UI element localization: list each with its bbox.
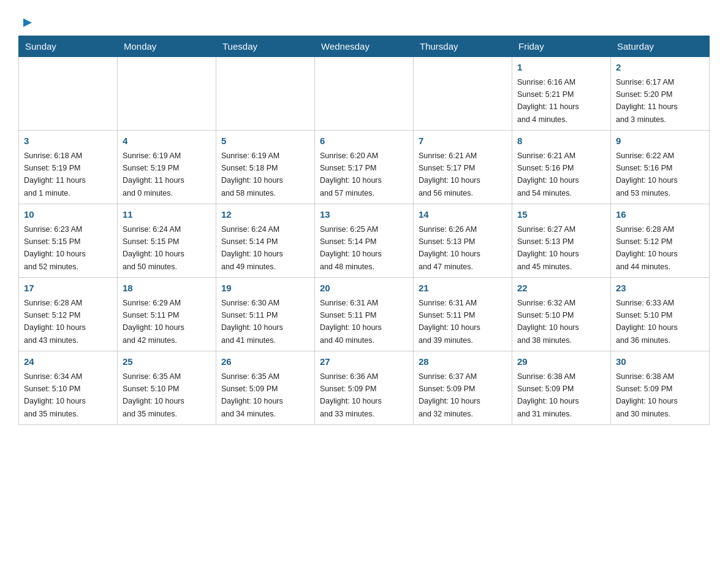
calendar-cell: 15Sunrise: 6:27 AM Sunset: 5:13 PM Dayli… <box>512 204 611 278</box>
calendar-cell: 20Sunrise: 6:31 AM Sunset: 5:11 PM Dayli… <box>315 278 414 351</box>
svg-marker-0 <box>23 18 32 27</box>
calendar-cell: 8Sunrise: 6:21 AM Sunset: 5:16 PM Daylig… <box>512 131 611 204</box>
day-info: Sunrise: 6:37 AM Sunset: 5:09 PM Dayligh… <box>419 372 480 418</box>
weekday-header-tuesday: Tuesday <box>216 36 315 57</box>
calendar-cell: 6Sunrise: 6:20 AM Sunset: 5:17 PM Daylig… <box>315 131 414 204</box>
day-number: 20 <box>320 282 408 296</box>
calendar-cell: 28Sunrise: 6:37 AM Sunset: 5:09 PM Dayli… <box>414 351 512 425</box>
day-number: 21 <box>419 282 507 296</box>
day-info: Sunrise: 6:35 AM Sunset: 5:09 PM Dayligh… <box>221 372 283 418</box>
calendar-cell: 11Sunrise: 6:24 AM Sunset: 5:15 PM Dayli… <box>118 204 216 278</box>
day-info: Sunrise: 6:23 AM Sunset: 5:15 PM Dayligh… <box>24 225 86 271</box>
calendar-cell <box>216 57 315 131</box>
day-info: Sunrise: 6:35 AM Sunset: 5:10 PM Dayligh… <box>123 372 184 418</box>
logo <box>18 15 33 29</box>
logo-triangle-icon <box>20 16 33 29</box>
day-info: Sunrise: 6:36 AM Sunset: 5:09 PM Dayligh… <box>320 372 382 418</box>
day-info: Sunrise: 6:16 AM Sunset: 5:21 PM Dayligh… <box>517 78 579 124</box>
day-info: Sunrise: 6:19 AM Sunset: 5:19 PM Dayligh… <box>123 151 184 197</box>
calendar-cell: 10Sunrise: 6:23 AM Sunset: 5:15 PM Dayli… <box>19 204 118 278</box>
calendar-cell: 25Sunrise: 6:35 AM Sunset: 5:10 PM Dayli… <box>118 351 216 425</box>
day-number: 8 <box>517 134 605 148</box>
calendar-cell: 19Sunrise: 6:30 AM Sunset: 5:11 PM Dayli… <box>216 278 315 351</box>
day-number: 4 <box>123 134 211 148</box>
weekday-header-saturday: Saturday <box>611 36 710 57</box>
calendar-week-row: 10Sunrise: 6:23 AM Sunset: 5:15 PM Dayli… <box>19 204 710 278</box>
day-number: 25 <box>123 355 211 369</box>
calendar-cell: 23Sunrise: 6:33 AM Sunset: 5:10 PM Dayli… <box>611 278 710 351</box>
day-info: Sunrise: 6:17 AM Sunset: 5:20 PM Dayligh… <box>616 78 678 124</box>
day-number: 2 <box>616 61 704 75</box>
day-info: Sunrise: 6:30 AM Sunset: 5:11 PM Dayligh… <box>221 299 283 345</box>
day-number: 11 <box>123 208 211 222</box>
day-info: Sunrise: 6:34 AM Sunset: 5:10 PM Dayligh… <box>24 372 86 418</box>
calendar-week-row: 1Sunrise: 6:16 AM Sunset: 5:21 PM Daylig… <box>19 57 710 131</box>
calendar-cell: 16Sunrise: 6:28 AM Sunset: 5:12 PM Dayli… <box>611 204 710 278</box>
weekday-header-sunday: Sunday <box>19 36 118 57</box>
calendar-cell <box>118 57 216 131</box>
day-info: Sunrise: 6:21 AM Sunset: 5:16 PM Dayligh… <box>517 151 579 197</box>
calendar-cell: 12Sunrise: 6:24 AM Sunset: 5:14 PM Dayli… <box>216 204 315 278</box>
calendar-cell: 29Sunrise: 6:38 AM Sunset: 5:09 PM Dayli… <box>512 351 611 425</box>
day-number: 16 <box>616 208 704 222</box>
calendar-cell: 14Sunrise: 6:26 AM Sunset: 5:13 PM Dayli… <box>414 204 512 278</box>
calendar-week-row: 24Sunrise: 6:34 AM Sunset: 5:10 PM Dayli… <box>19 351 710 425</box>
day-info: Sunrise: 6:26 AM Sunset: 5:13 PM Dayligh… <box>419 225 480 271</box>
day-info: Sunrise: 6:24 AM Sunset: 5:14 PM Dayligh… <box>221 225 283 271</box>
weekday-header-wednesday: Wednesday <box>315 36 414 57</box>
day-number: 1 <box>517 61 605 75</box>
day-info: Sunrise: 6:28 AM Sunset: 5:12 PM Dayligh… <box>24 299 86 345</box>
day-number: 18 <box>123 282 211 296</box>
calendar-cell <box>414 57 512 131</box>
day-number: 10 <box>24 208 112 222</box>
day-info: Sunrise: 6:38 AM Sunset: 5:09 PM Dayligh… <box>517 372 579 418</box>
calendar-cell: 3Sunrise: 6:18 AM Sunset: 5:19 PM Daylig… <box>19 131 118 204</box>
calendar-table: SundayMondayTuesdayWednesdayThursdayFrid… <box>18 36 710 425</box>
day-number: 15 <box>517 208 605 222</box>
weekday-header-monday: Monday <box>118 36 216 57</box>
calendar-cell <box>315 57 414 131</box>
day-number: 12 <box>221 208 309 222</box>
day-number: 26 <box>221 355 309 369</box>
calendar-cell: 7Sunrise: 6:21 AM Sunset: 5:17 PM Daylig… <box>414 131 512 204</box>
day-info: Sunrise: 6:19 AM Sunset: 5:18 PM Dayligh… <box>221 151 283 197</box>
weekday-header-friday: Friday <box>512 36 611 57</box>
calendar-cell: 1Sunrise: 6:16 AM Sunset: 5:21 PM Daylig… <box>512 57 611 131</box>
calendar-cell: 18Sunrise: 6:29 AM Sunset: 5:11 PM Dayli… <box>118 278 216 351</box>
day-number: 13 <box>320 208 408 222</box>
calendar-cell: 30Sunrise: 6:38 AM Sunset: 5:09 PM Dayli… <box>611 351 710 425</box>
day-number: 7 <box>419 134 507 148</box>
day-info: Sunrise: 6:28 AM Sunset: 5:12 PM Dayligh… <box>616 225 678 271</box>
day-number: 19 <box>221 282 309 296</box>
day-number: 28 <box>419 355 507 369</box>
day-info: Sunrise: 6:18 AM Sunset: 5:19 PM Dayligh… <box>24 151 86 197</box>
calendar-cell: 17Sunrise: 6:28 AM Sunset: 5:12 PM Dayli… <box>19 278 118 351</box>
day-number: 24 <box>24 355 112 369</box>
calendar-cell: 4Sunrise: 6:19 AM Sunset: 5:19 PM Daylig… <box>118 131 216 204</box>
day-info: Sunrise: 6:20 AM Sunset: 5:17 PM Dayligh… <box>320 151 382 197</box>
day-number: 22 <box>517 282 605 296</box>
day-info: Sunrise: 6:31 AM Sunset: 5:11 PM Dayligh… <box>419 299 480 345</box>
calendar-week-row: 3Sunrise: 6:18 AM Sunset: 5:19 PM Daylig… <box>19 131 710 204</box>
calendar-cell: 2Sunrise: 6:17 AM Sunset: 5:20 PM Daylig… <box>611 57 710 131</box>
weekday-header-thursday: Thursday <box>414 36 512 57</box>
day-info: Sunrise: 6:27 AM Sunset: 5:13 PM Dayligh… <box>517 225 579 271</box>
calendar-cell: 13Sunrise: 6:25 AM Sunset: 5:14 PM Dayli… <box>315 204 414 278</box>
day-info: Sunrise: 6:21 AM Sunset: 5:17 PM Dayligh… <box>419 151 480 197</box>
day-number: 6 <box>320 134 408 148</box>
calendar-cell: 9Sunrise: 6:22 AM Sunset: 5:16 PM Daylig… <box>611 131 710 204</box>
day-info: Sunrise: 6:29 AM Sunset: 5:11 PM Dayligh… <box>123 299 184 345</box>
day-number: 30 <box>616 355 704 369</box>
calendar-cell: 22Sunrise: 6:32 AM Sunset: 5:10 PM Dayli… <box>512 278 611 351</box>
day-info: Sunrise: 6:38 AM Sunset: 5:09 PM Dayligh… <box>616 372 678 418</box>
calendar-cell: 27Sunrise: 6:36 AM Sunset: 5:09 PM Dayli… <box>315 351 414 425</box>
day-info: Sunrise: 6:31 AM Sunset: 5:11 PM Dayligh… <box>320 299 382 345</box>
day-number: 17 <box>24 282 112 296</box>
calendar-cell: 24Sunrise: 6:34 AM Sunset: 5:10 PM Dayli… <box>19 351 118 425</box>
day-number: 14 <box>419 208 507 222</box>
day-number: 27 <box>320 355 408 369</box>
day-number: 9 <box>616 134 704 148</box>
day-number: 29 <box>517 355 605 369</box>
day-number: 3 <box>24 134 112 148</box>
day-number: 23 <box>616 282 704 296</box>
